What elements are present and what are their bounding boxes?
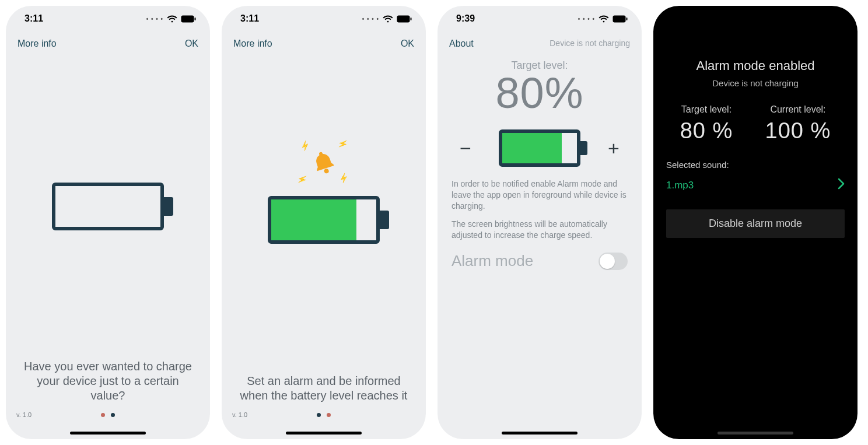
page-indicator — [101, 413, 115, 417]
page-indicator — [317, 413, 331, 417]
more-info-link[interactable]: More info — [18, 38, 57, 49]
battery-level-icon — [499, 129, 580, 167]
home-indicator — [70, 432, 146, 435]
onboarding-screen-2: 3:11 • • • • More info OK ⚡ ⚡ ⚡ ⚡ — [222, 6, 426, 439]
more-info-link[interactable]: More info — [233, 38, 272, 49]
svg-rect-0 — [181, 15, 194, 22]
toggle-knob — [600, 254, 615, 269]
ok-button[interactable]: OK — [401, 38, 414, 49]
signal-dots-icon: • • • • — [578, 16, 595, 22]
center-area: ⚡ ⚡ ⚡ ⚡ Set an alarm and be informed whe… — [222, 54, 426, 409]
svg-rect-3 — [411, 17, 412, 20]
svg-rect-2 — [397, 15, 410, 22]
battery-status-icon — [612, 15, 628, 23]
increase-button[interactable]: + — [602, 137, 625, 160]
adjust-row: − + — [438, 118, 642, 173]
charging-status: Device is not charging — [550, 38, 630, 49]
status-bar: 3:11 • • • • — [6, 6, 210, 31]
page-dot-active — [327, 413, 331, 417]
target-level-col: Target level: 80 % — [680, 104, 733, 143]
nav-row: More info OK — [222, 31, 426, 54]
status-time: 9:39 — [456, 13, 475, 24]
alarm-mode-toggle[interactable] — [598, 253, 628, 270]
version-label: v. 1.0 — [232, 411, 247, 418]
target-level-value: 80% — [438, 68, 642, 118]
current-level-col: Current level: 100 % — [765, 104, 831, 143]
version-label: v. 1.0 — [16, 411, 32, 418]
svg-point-4 — [324, 168, 330, 174]
battery-charged-icon — [268, 196, 380, 244]
status-bar: 9:39 • • • • — [438, 6, 642, 31]
battery-status-icon — [181, 15, 196, 23]
info-paragraph-1: In order to be notified enable Alarm mod… — [438, 173, 642, 213]
signal-dots-icon: • • • • — [146, 16, 163, 22]
battery-status-icon — [397, 15, 412, 23]
svg-rect-5 — [613, 15, 626, 22]
selected-sound-label: Selected sound: — [653, 143, 858, 173]
wifi-icon — [383, 15, 393, 23]
charging-status: Device is not charging — [653, 78, 858, 88]
footer-row: v. 1.0 — [6, 409, 210, 439]
sound-name: 1.mp3 — [666, 180, 694, 191]
battery-empty-icon — [52, 183, 164, 230]
decrease-button[interactable]: − — [454, 137, 477, 160]
status-right: • • • • — [578, 15, 628, 23]
selected-sound-row[interactable]: 1.mp3 — [653, 173, 858, 204]
main-settings-screen: 9:39 • • • • About Device is not chargin… — [438, 6, 642, 439]
center-area: Have you ever wanted to charge your devi… — [6, 54, 210, 409]
home-indicator — [502, 432, 578, 435]
target-level-value: 80 % — [680, 118, 733, 143]
home-indicator — [718, 432, 793, 435]
current-level-label: Current level: — [765, 104, 831, 115]
levels-row: Target level: 80 % Current level: 100 % — [653, 104, 858, 143]
alarm-mode-title: Alarm mode enabled — [653, 58, 858, 73]
signal-dots-icon: • • • • — [362, 16, 379, 22]
onboarding-caption: Have you ever wanted to charge your devi… — [18, 359, 198, 403]
status-time: 3:11 — [240, 13, 259, 24]
wifi-icon — [598, 15, 609, 23]
bell-ringing-icon: ⚡ ⚡ ⚡ ⚡ — [310, 149, 337, 178]
status-right: • • • • — [146, 15, 196, 23]
target-section: Target level: 80% — [438, 54, 642, 118]
wifi-icon — [167, 15, 177, 23]
footer-row: v. 1.0 — [222, 409, 426, 439]
alarm-mode-screen: Alarm mode enabled Device is not chargin… — [653, 6, 858, 439]
onboarding-screen-1: 3:11 • • • • More info OK Have you ever … — [6, 6, 210, 439]
disable-alarm-button[interactable]: Disable alarm mode — [666, 209, 845, 238]
svg-rect-6 — [626, 17, 628, 20]
home-indicator — [286, 432, 362, 435]
status-right: • • • • — [362, 15, 412, 23]
about-link[interactable]: About — [449, 38, 474, 49]
nav-row: More info OK — [6, 31, 210, 54]
status-time: 3:11 — [24, 13, 43, 24]
chevron-right-icon — [838, 178, 845, 193]
info-paragraph-2: The screen brightness will be automatica… — [438, 213, 642, 242]
ok-button[interactable]: OK — [185, 38, 198, 49]
alarm-mode-label: Alarm mode — [452, 252, 533, 270]
target-level-label: Target level: — [680, 104, 733, 115]
page-dot-active — [101, 413, 105, 417]
current-level-value: 100 % — [765, 118, 831, 143]
nav-row: About Device is not charging — [438, 31, 642, 54]
page-dot — [317, 413, 321, 417]
status-bar: 3:11 • • • • — [222, 6, 426, 31]
header-section: Alarm mode enabled Device is not chargin… — [653, 31, 858, 88]
svg-rect-1 — [195, 17, 196, 20]
onboarding-caption: Set an alarm and be informed when the ba… — [233, 374, 414, 403]
alarm-mode-row: Alarm mode — [438, 241, 642, 281]
page-dot — [111, 413, 115, 417]
